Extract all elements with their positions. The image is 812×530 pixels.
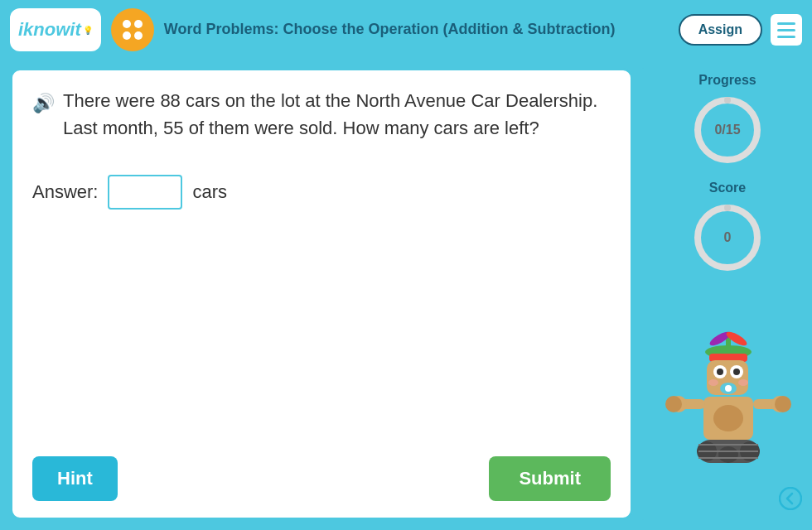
- svg-point-21: [775, 396, 791, 412]
- answer-input[interactable]: [108, 175, 182, 210]
- score-section: Score 0: [690, 181, 765, 275]
- menu-button[interactable]: [771, 14, 802, 46]
- progress-circle: 0/15: [690, 93, 765, 167]
- logo: iknowit 💡: [10, 8, 101, 51]
- svg-point-15: [713, 405, 743, 431]
- dot-3: [123, 31, 131, 40]
- dots-pattern-icon: [123, 20, 143, 40]
- assign-button[interactable]: Assign: [679, 14, 762, 46]
- dot-4: [134, 31, 143, 40]
- menu-line-2: [777, 29, 795, 31]
- dot-1: [123, 20, 131, 28]
- header-actions: Assign: [679, 14, 802, 46]
- answer-unit: cars: [192, 181, 227, 203]
- svg-point-29: [780, 488, 801, 509]
- header: iknowit 💡 Word Problems: Choose the Oper…: [0, 0, 812, 60]
- speaker-icon[interactable]: 🔊: [32, 89, 55, 117]
- menu-line-3: [777, 36, 795, 38]
- progress-value: 0/15: [714, 123, 740, 137]
- menu-line-1: [777, 22, 795, 25]
- mascot-robot-svg: [664, 329, 792, 474]
- answer-label: Answer:: [32, 181, 98, 203]
- question-panel: 🔊 There were 88 cars on the lot at the N…: [10, 68, 633, 520]
- svg-point-8: [717, 369, 723, 375]
- svg-point-13: [725, 385, 732, 392]
- progress-section: Progress 0/15: [690, 73, 765, 167]
- svg-point-10: [708, 379, 718, 386]
- svg-point-11: [738, 379, 748, 386]
- svg-point-24: [718, 446, 738, 463]
- svg-rect-1: [726, 337, 731, 354]
- question-text: There were 88 cars on the lot at the Nor…: [63, 87, 611, 142]
- progress-label: Progress: [698, 73, 756, 88]
- logo-text: iknowit: [18, 19, 81, 41]
- bottom-buttons: Hint Submit: [32, 440, 611, 501]
- lesson-title: Word Problems: Choose the Operation (Add…: [164, 20, 669, 39]
- mascot-area: [664, 288, 792, 474]
- back-arrow-icon: [779, 487, 802, 510]
- main-content: 🔊 There were 88 cars on the lot at the N…: [0, 60, 812, 530]
- dot-2: [134, 20, 143, 28]
- hint-button[interactable]: Hint: [32, 456, 118, 501]
- answer-row: Answer: cars: [32, 175, 611, 210]
- score-circle: 0: [690, 200, 765, 275]
- submit-button[interactable]: Submit: [489, 456, 611, 501]
- activity-icon: [111, 8, 154, 51]
- question-text-block: 🔊 There were 88 cars on the lot at the N…: [32, 87, 611, 142]
- svg-point-9: [733, 369, 740, 375]
- score-label: Score: [709, 181, 746, 195]
- svg-point-20: [665, 396, 682, 412]
- back-arrow-button[interactable]: [779, 487, 802, 515]
- score-value: 0: [724, 230, 732, 245]
- sidebar: Progress 0/15 Score 0: [653, 68, 802, 520]
- vertical-divider: [641, 68, 645, 520]
